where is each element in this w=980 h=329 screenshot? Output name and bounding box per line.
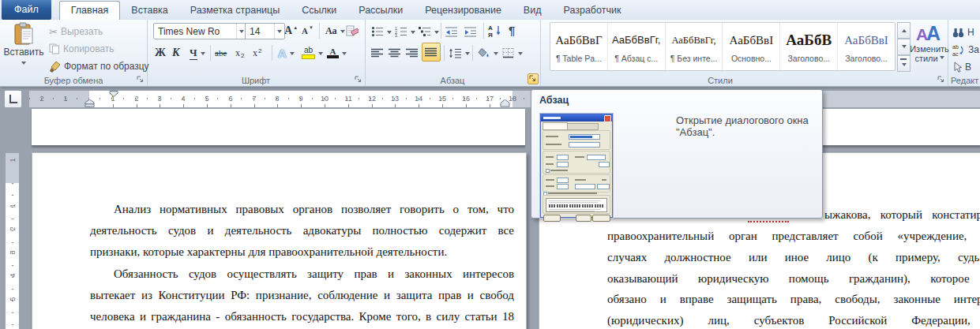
- text-line[interactable]: Обязанность судов осуществлять защиту пр…: [90, 264, 514, 285]
- vruler-number: 5: [9, 294, 17, 305]
- change-styles-button[interactable]: А А Изменить стили: [913, 22, 946, 73]
- highlight-dropdown[interactable]: [318, 52, 323, 58]
- multilevel-dropdown[interactable]: [434, 31, 439, 36]
- highlight-color-button[interactable]: ab: [302, 44, 323, 62]
- select-button[interactable]: В: [952, 58, 971, 76]
- find-button[interactable]: Н: [952, 24, 974, 41]
- line-spacing-dropdown[interactable]: [465, 52, 470, 58]
- style-card-body-text[interactable]: АаБбВвI Основно...: [723, 23, 780, 70]
- line-spacing-button[interactable]: [449, 44, 470, 62]
- tab-page-layout[interactable]: Разметка страницы: [179, 1, 291, 20]
- paste-button[interactable]: Вставить: [5, 22, 43, 73]
- style-sample: АаБбВвГг,: [608, 30, 665, 54]
- underline-dropdown[interactable]: [201, 52, 205, 58]
- numbering-dropdown[interactable]: [411, 31, 415, 36]
- styles-scroll-down-button[interactable]: [897, 39, 911, 55]
- borders-button[interactable]: [502, 44, 523, 62]
- previous-page-bottom-left[interactable]: [32, 109, 525, 146]
- align-center-button[interactable]: [389, 44, 401, 62]
- shading-button[interactable]: [477, 44, 498, 62]
- decrease-indent-button[interactable]: [445, 23, 458, 40]
- text-line[interactable]: (юридических) лиц, субъектов Российской …: [607, 310, 980, 329]
- replace-button[interactable]: ab ac За: [952, 41, 979, 58]
- styles-scroll-up-button[interactable]: [897, 22, 911, 39]
- text-line[interactable]: человека и гражданина - обязанность госу…: [90, 306, 514, 327]
- paragraph-dialog-launcher[interactable]: [528, 73, 539, 84]
- text-line[interactable]: правоохранительный орган представляет со…: [607, 226, 980, 247]
- align-left-button[interactable]: [371, 44, 384, 62]
- font-size-dropdown[interactable]: [274, 24, 284, 39]
- text-line[interactable]: признаки, которые характерны для правоох…: [90, 241, 514, 263]
- text-effects-button[interactable]: А: [278, 44, 295, 62]
- clear-formatting-button[interactable]: [346, 22, 359, 39]
- style-card-no-spacing[interactable]: АаБбВвГг, ¶ Без инте...: [666, 23, 723, 70]
- tab-view[interactable]: Вид: [513, 1, 553, 20]
- cut-button[interactable]: ✂ Вырезать: [49, 23, 103, 40]
- preview-ok-button: [576, 215, 591, 222]
- font-dialog-launcher[interactable]: [354, 75, 363, 84]
- tab-home[interactable]: Главная: [59, 1, 121, 20]
- bullets-dropdown[interactable]: [387, 31, 392, 36]
- right-indent-marker[interactable]: [500, 99, 510, 107]
- ruler-number: 3: [154, 95, 165, 103]
- sort-button[interactable]: А Я: [488, 22, 501, 39]
- ruler-number: 2: [36, 95, 47, 103]
- font-color-dropdown[interactable]: [342, 52, 347, 58]
- italic-button[interactable]: К: [172, 44, 180, 62]
- text-line[interactable]: Анализ нормативных правовых органов позв…: [90, 199, 514, 220]
- font-name-combobox[interactable]: Times New Ro: [153, 23, 247, 39]
- text-line[interactable]: обязано и вправе защищать права, свободы…: [607, 289, 980, 310]
- borders-dropdown[interactable]: [518, 52, 523, 58]
- font-size-combobox[interactable]: 14: [245, 23, 285, 39]
- styles-more-button[interactable]: [897, 55, 911, 72]
- format-painter-button[interactable]: Формат по образцу: [49, 58, 149, 75]
- text-effects-dropdown[interactable]: [290, 52, 295, 58]
- style-card-table[interactable]: АаБбВвГ ¶ Table Pa...: [550, 23, 608, 70]
- group-paragraph: 1.2.3.: [365, 20, 541, 86]
- pilcrow-icon: ¶: [509, 24, 515, 37]
- ruler-number: 8: [272, 95, 283, 103]
- document-page-left[interactable]: Анализ нормативных правовых органов позв…: [32, 152, 527, 329]
- text-line[interactable]: вытекает из Конституции РФ: признание, с…: [90, 285, 514, 306]
- bullets-button[interactable]: [371, 23, 392, 40]
- tab-stop-selector[interactable]: [4, 90, 22, 108]
- right-page-text[interactable]: правоохранительный орган представляет со…: [607, 226, 980, 329]
- align-right-button[interactable]: [406, 44, 419, 62]
- left-page-text[interactable]: Анализ нормативных правовых органов позв…: [90, 199, 514, 327]
- tab-file[interactable]: Файл: [2, 0, 51, 20]
- styles-dialog-launcher[interactable]: [937, 75, 946, 84]
- superscript-button[interactable]: х 2: [253, 44, 261, 62]
- horizontal-ruler[interactable]: 2 1 1 2 3 4 5 6 7 8 9 10 11 12 13 14 15 …: [29, 91, 980, 107]
- text-line[interactable]: случаях должностное или иное лицо (к при…: [607, 247, 980, 268]
- style-card-heading1[interactable]: АаБбВ Заголово...: [780, 23, 838, 70]
- subscript-button[interactable]: х 2: [235, 44, 244, 62]
- tab-developer[interactable]: Разработчик: [552, 1, 632, 20]
- text-line[interactable]: деятельность судов и деятельность адвока…: [90, 220, 514, 241]
- multilevel-list-button[interactable]: [419, 23, 439, 40]
- clipboard-dialog-launcher[interactable]: [136, 75, 145, 84]
- numbering-button[interactable]: 1.2.3.: [395, 23, 415, 40]
- text-line[interactable]: оказывающий юридическую помощь гражданин…: [607, 268, 980, 290]
- tab-references[interactable]: Ссылки: [291, 1, 347, 20]
- tab-mailings[interactable]: Рассылки: [347, 1, 414, 20]
- right-page-line1-fragment[interactable]: ыжакова, который констатир: [824, 204, 980, 226]
- shrink-font-button[interactable]: А ▼: [302, 22, 314, 39]
- first-line-indent-marker[interactable]: [109, 91, 118, 97]
- style-card-heading2[interactable]: АаБбВвI Заголово...: [838, 23, 895, 70]
- vertical-ruler[interactable]: 1 1 2 3 4 5: [6, 153, 19, 329]
- underline-button[interactable]: Ч: [190, 44, 205, 62]
- show-paragraph-marks-button[interactable]: ¶: [509, 21, 515, 39]
- style-card-list-paragraph[interactable]: АаБбВвГг, ¶ Абзац с...: [608, 23, 666, 70]
- change-case-button[interactable]: Аа: [325, 22, 345, 39]
- strikethrough-button[interactable]: abe: [215, 44, 227, 62]
- bold-button[interactable]: Ж: [155, 44, 166, 62]
- grow-font-button[interactable]: А ▲: [284, 22, 298, 39]
- left-indent-marker[interactable]: [84, 99, 95, 107]
- copy-button[interactable]: Копировать: [49, 40, 115, 58]
- shading-dropdown[interactable]: [494, 52, 498, 58]
- justify-button[interactable]: [422, 43, 441, 62]
- increase-indent-button[interactable]: [464, 23, 477, 40]
- font-color-button[interactable]: А: [327, 44, 347, 62]
- tab-review[interactable]: Рецензирование: [414, 1, 513, 20]
- tab-insert[interactable]: Вставка: [120, 1, 178, 20]
